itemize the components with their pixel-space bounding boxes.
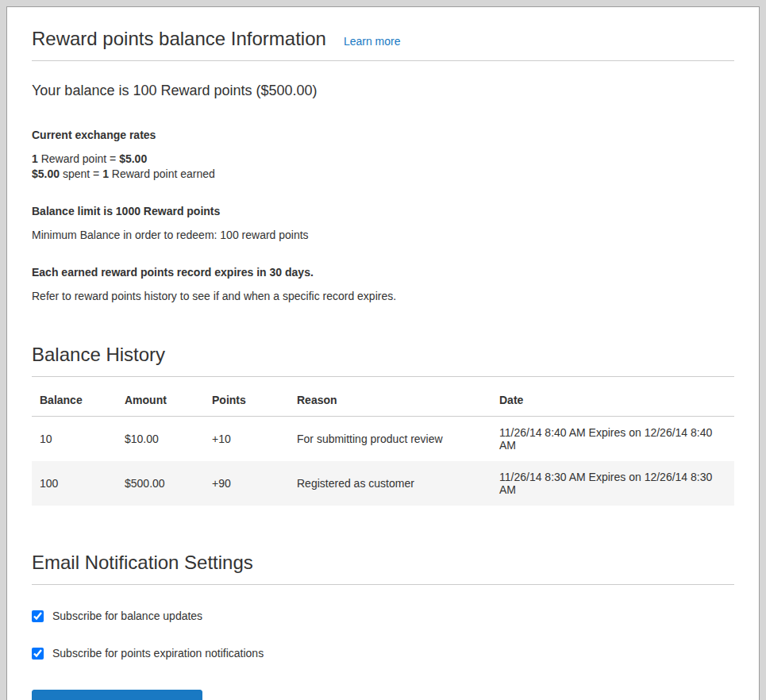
balance-history-section: Balance History Balance Amount Points Re… (32, 344, 734, 506)
subscribe-balance-updates-checkbox[interactable] (32, 610, 44, 622)
subscribe-expiration-notifications-checkbox[interactable] (32, 648, 44, 660)
cell-points: +10 (204, 417, 289, 462)
cell-amount: $10.00 (117, 417, 204, 462)
column-header-date: Date (491, 384, 734, 417)
exchange-rate-2-text: spent = (60, 167, 102, 180)
save-subscription-settings-button[interactable]: Save Subscription Settings (32, 690, 202, 700)
balance-history-divider (32, 376, 734, 377)
cell-points: +90 (204, 461, 289, 506)
email-settings-divider (32, 584, 734, 585)
column-header-points: Points (204, 384, 289, 417)
email-notification-section: Email Notification Settings Subscribe fo… (32, 552, 734, 700)
balance-limit-heading: Balance limit is 1000 Reward points (32, 204, 734, 219)
exchange-rate-2-suffix: Reward point earned (109, 167, 215, 180)
page-title: Reward points balance Information (32, 28, 326, 50)
header-divider (32, 60, 734, 61)
exchange-rate-1-text: Reward point = (38, 152, 119, 165)
exchange-rate-2-amount: $5.00 (32, 167, 60, 180)
column-header-reason: Reason (289, 384, 491, 417)
table-row: 10 $10.00 +10 For submitting product rev… (32, 417, 734, 462)
exchange-rate-line-2: $5.00 spent = 1 Reward point earned (32, 167, 734, 182)
page-header: Reward points balance Information Learn … (32, 28, 734, 50)
cell-balance: 100 (32, 461, 117, 506)
expiration-heading: Each earned reward points record expires… (32, 265, 734, 280)
subscribe-balance-updates-label: Subscribe for balance updates (52, 610, 202, 622)
column-header-amount: Amount (117, 384, 204, 417)
email-settings-title: Email Notification Settings (32, 552, 734, 574)
reward-points-panel: Reward points balance Information Learn … (6, 6, 760, 700)
cell-reason: Registered as customer (289, 461, 491, 506)
balance-history-table: Balance Amount Points Reason Date 10 $10… (32, 384, 734, 506)
exchange-rate-1-amount: $5.00 (119, 152, 147, 165)
expiration-text: Refer to reward points history to see if… (32, 289, 734, 304)
cell-balance: 10 (32, 417, 117, 462)
subscribe-balance-updates-option[interactable]: Subscribe for balance updates (32, 610, 202, 622)
exchange-rate-2-points: 1 (102, 167, 109, 180)
exchange-rates-heading: Current exchange rates (32, 128, 734, 143)
cell-date: 11/26/14 8:30 AM Expires on 12/26/14 8:3… (491, 461, 734, 506)
balance-history-title: Balance History (32, 344, 734, 366)
subscribe-expiration-notifications-option[interactable]: Subscribe for points expiration notifica… (32, 647, 264, 660)
balance-summary: Your balance is 100 Reward points ($500.… (32, 83, 734, 99)
column-header-balance: Balance (32, 384, 117, 417)
learn-more-link[interactable]: Learn more (344, 35, 401, 48)
table-header-row: Balance Amount Points Reason Date (32, 384, 734, 417)
table-row: 100 $500.00 +90 Registered as customer 1… (32, 461, 734, 506)
cell-date: 11/26/14 8:40 AM Expires on 12/26/14 8:4… (491, 417, 734, 462)
minimum-balance-text: Minimum Balance in order to redeem: 100 … (32, 228, 734, 243)
exchange-rate-1-points: 1 (32, 152, 38, 165)
cell-amount: $500.00 (117, 461, 204, 506)
cell-reason: For submitting product review (289, 417, 491, 462)
exchange-rate-line-1: 1 Reward point = $5.00 (32, 152, 734, 167)
subscribe-expiration-notifications-label: Subscribe for points expiration notifica… (52, 647, 264, 660)
